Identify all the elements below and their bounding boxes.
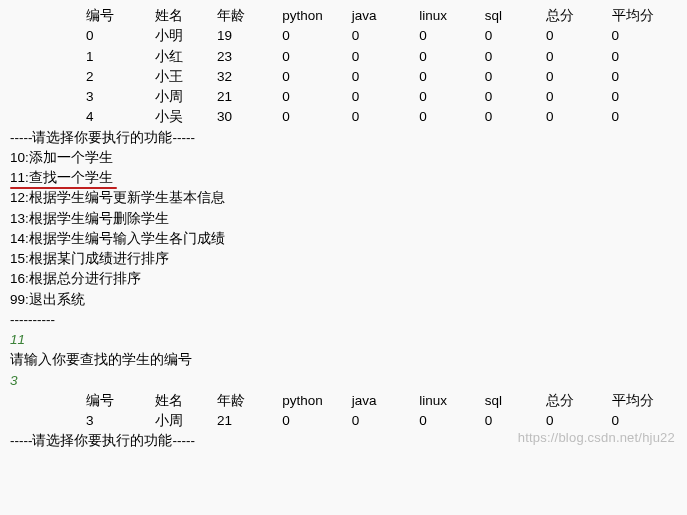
- cell-total: 0: [546, 67, 611, 87]
- col-sql: sql: [485, 6, 546, 26]
- cell-name: 小周: [155, 411, 216, 431]
- cell-id: 2: [86, 67, 155, 87]
- col-total: 总分: [546, 6, 611, 26]
- cell-name: 小明: [155, 26, 216, 46]
- cell-age: 30: [217, 107, 282, 127]
- col-age: 年龄: [217, 391, 282, 411]
- cell-java: 0: [352, 67, 419, 87]
- col-total: 总分: [546, 391, 611, 411]
- cell-linux: 0: [419, 87, 484, 107]
- menu-item: 99:退出系统: [10, 290, 677, 310]
- cell-name: 小红: [155, 47, 216, 67]
- highlight-text: 11:查找一个学生: [10, 168, 113, 188]
- col-linux: linux: [419, 391, 484, 411]
- cell-linux: 0: [419, 26, 484, 46]
- prompt-find: 请输入你要查找的学生的编号: [10, 350, 677, 370]
- table-row: 3 小周 21 0 0 0 0 0 0: [10, 87, 677, 107]
- cell-sql: 0: [485, 67, 546, 87]
- table-row: 1 小红 23 0 0 0 0 0 0: [10, 47, 677, 67]
- menu-item: 12:根据学生编号更新学生基本信息: [10, 188, 677, 208]
- cell-age: 32: [217, 67, 282, 87]
- col-id: 编号: [86, 6, 155, 26]
- col-avg: 平均分: [612, 6, 677, 26]
- cell-name: 小吴: [155, 107, 216, 127]
- col-java: java: [352, 391, 419, 411]
- cell-name: 小周: [155, 87, 216, 107]
- cell-id: 3: [86, 411, 155, 431]
- cell-python: 0: [282, 67, 351, 87]
- cell-java: 0: [352, 411, 419, 431]
- cell-linux: 0: [419, 47, 484, 67]
- cell-java: 0: [352, 47, 419, 67]
- cell-age: 19: [217, 26, 282, 46]
- col-java: java: [352, 6, 419, 26]
- cell-id: 4: [86, 107, 155, 127]
- cell-id: 1: [86, 47, 155, 67]
- col-avg: 平均分: [612, 391, 677, 411]
- col-age: 年龄: [217, 6, 282, 26]
- user-input[interactable]: 11: [10, 330, 677, 350]
- cell-java: 0: [352, 107, 419, 127]
- cell-avg: 0: [612, 107, 677, 127]
- cell-sql: 0: [485, 26, 546, 46]
- cell-age: 23: [217, 47, 282, 67]
- cell-linux: 0: [419, 67, 484, 87]
- cell-java: 0: [352, 87, 419, 107]
- cell-sql: 0: [485, 107, 546, 127]
- menu-item: 15:根据某门成绩进行排序: [10, 249, 677, 269]
- cell-python: 0: [282, 47, 351, 67]
- cell-age: 21: [217, 411, 282, 431]
- cell-linux: 0: [419, 107, 484, 127]
- cell-avg: 0: [612, 26, 677, 46]
- menu-item: 13:根据学生编号删除学生: [10, 209, 677, 229]
- cell-id: 3: [86, 87, 155, 107]
- cell-age: 21: [217, 87, 282, 107]
- cell-python: 0: [282, 411, 351, 431]
- cell-name: 小王: [155, 67, 216, 87]
- cell-avg: 0: [612, 47, 677, 67]
- col-name: 姓名: [155, 6, 216, 26]
- cell-avg: 0: [612, 87, 677, 107]
- table-header: 编号 姓名 年龄 python java linux sql 总分 平均分: [10, 6, 677, 26]
- cell-total: 0: [546, 107, 611, 127]
- col-linux: linux: [419, 6, 484, 26]
- cell-java: 0: [352, 26, 419, 46]
- col-id: 编号: [86, 391, 155, 411]
- menu-item: 10:添加一个学生: [10, 148, 677, 168]
- cell-python: 0: [282, 107, 351, 127]
- cell-total: 0: [546, 26, 611, 46]
- user-input[interactable]: 3: [10, 371, 677, 391]
- cell-linux: 0: [419, 411, 484, 431]
- cell-id: 0: [86, 26, 155, 46]
- menu-title: -----请选择你要执行的功能-----: [10, 128, 677, 148]
- menu-item: 14:根据学生编号输入学生各门成绩: [10, 229, 677, 249]
- table-row: 4 小吴 30 0 0 0 0 0 0: [10, 107, 677, 127]
- col-sql: sql: [485, 391, 546, 411]
- result-header: 编号 姓名 年龄 python java linux sql 总分 平均分: [10, 391, 677, 411]
- col-python: python: [282, 6, 351, 26]
- col-python: python: [282, 391, 351, 411]
- watermark: https://blog.csdn.net/hju22: [518, 428, 675, 448]
- cell-python: 0: [282, 26, 351, 46]
- cell-total: 0: [546, 47, 611, 67]
- table-row: 2 小王 32 0 0 0 0 0 0: [10, 67, 677, 87]
- cell-sql: 0: [485, 47, 546, 67]
- menu-item-highlight: 11:查找一个学生: [10, 168, 677, 188]
- table-row: 0 小明 19 0 0 0 0 0 0: [10, 26, 677, 46]
- menu-item: 16:根据总分进行排序: [10, 269, 677, 289]
- cell-total: 0: [546, 87, 611, 107]
- cell-sql: 0: [485, 87, 546, 107]
- cell-python: 0: [282, 87, 351, 107]
- cell-avg: 0: [612, 67, 677, 87]
- col-name: 姓名: [155, 391, 216, 411]
- menu-end: ----------: [10, 310, 677, 330]
